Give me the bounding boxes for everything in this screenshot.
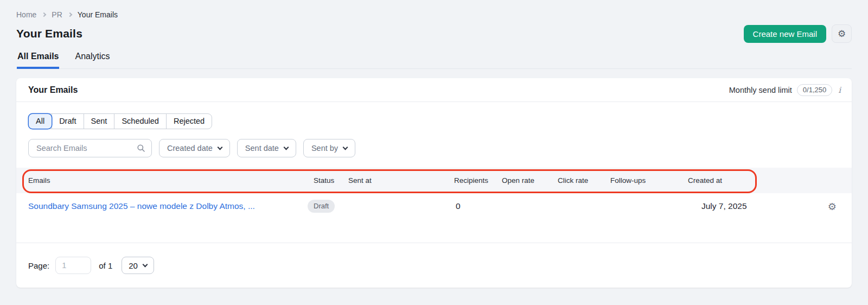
page-title: Your Emails [16, 27, 82, 40]
search-icon [137, 144, 145, 152]
column-header-click-rate: Click rate [558, 176, 610, 185]
table-row: Soundbary Samsung 2025 – nowe modele z D… [16, 193, 852, 234]
page: Home PR Your Emails Your Emails Create n… [0, 0, 868, 305]
email-title-link[interactable]: Soundbary Samsung 2025 – nowe modele z D… [28, 201, 314, 211]
page-label: Page: [28, 261, 49, 270]
top-section: Home PR Your Emails Your Emails Create n… [0, 0, 868, 69]
filter-sent[interactable]: Sent [84, 114, 114, 129]
created-date-dropdown-label: Created date [167, 144, 213, 152]
search-input[interactable] [35, 143, 137, 153]
chevron-down-icon [283, 144, 289, 150]
created-date-dropdown[interactable]: Created date [159, 139, 230, 157]
tab-all-emails[interactable]: All Emails [17, 52, 59, 68]
breadcrumb: Home PR Your Emails [16, 10, 852, 19]
column-header-status: Status [314, 176, 348, 185]
cell-recipients: 0 [454, 201, 502, 211]
pagination: Page: of 1 20 [16, 243, 852, 288]
chevron-down-icon [142, 262, 148, 267]
monthly-send-limit-label: Monthly send limit [729, 86, 792, 94]
status-filter-group: All Draft Sent Scheduled Rejected [28, 113, 212, 129]
page-size-value: 20 [129, 261, 138, 270]
card-header: Your Emails Monthly send limit 0/1,250 i [16, 78, 852, 102]
breadcrumb-home[interactable]: Home [16, 10, 36, 19]
create-new-email-button[interactable]: Create new Email [744, 25, 826, 43]
monthly-send-limit-value: 0/1,250 [797, 84, 832, 96]
gear-icon: ⚙ [838, 28, 846, 40]
filter-row: Created date Sent date Sent by [28, 139, 852, 157]
column-header-recipients: Recipients [454, 176, 502, 185]
breadcrumb-current: Your Emails [78, 10, 118, 19]
sent-by-dropdown[interactable]: Sent by [303, 139, 355, 157]
page-size-select[interactable]: 20 [122, 257, 154, 274]
sent-date-dropdown-label: Sent date [245, 144, 279, 152]
search-box [28, 139, 152, 157]
cell-created-at: July 7, 2025 [688, 201, 852, 211]
monthly-send-limit: Monthly send limit 0/1,250 i [729, 84, 842, 96]
sent-by-dropdown-label: Sent by [311, 144, 338, 152]
chevron-right-icon [42, 12, 46, 17]
filter-all[interactable]: All [29, 114, 52, 129]
info-icon[interactable]: i [837, 85, 842, 95]
table-header: Emails Status Sent at Recipients Open ra… [16, 168, 852, 193]
chevron-down-icon [343, 144, 348, 150]
card-title: Your Emails [28, 85, 78, 95]
filter-rejected[interactable]: Rejected [166, 114, 212, 129]
chevron-right-icon [68, 12, 72, 17]
status-badge: Draft [308, 200, 335, 213]
chevron-down-icon [217, 144, 222, 150]
column-header-open-rate: Open rate [502, 176, 558, 185]
column-header-follow-ups: Follow-ups [610, 176, 688, 185]
tab-bar: All Emails Analytics [16, 52, 852, 69]
tab-analytics[interactable]: Analytics [74, 52, 110, 68]
emails-card: Your Emails Monthly send limit 0/1,250 i… [16, 78, 852, 288]
row-gear-icon[interactable]: ⚙ [828, 202, 837, 212]
title-row: Your Emails Create new Email ⚙ [16, 24, 852, 43]
column-header-created-at: Created at [688, 176, 852, 185]
column-header-emails: Emails [28, 176, 314, 185]
column-header-sent-at: Sent at [348, 176, 454, 185]
settings-button[interactable]: ⚙ [832, 24, 852, 43]
page-number-input[interactable] [55, 257, 91, 274]
sent-date-dropdown[interactable]: Sent date [237, 139, 296, 157]
header-actions: Create new Email ⚙ [744, 24, 852, 43]
filter-scheduled[interactable]: Scheduled [114, 114, 166, 129]
filter-draft[interactable]: Draft [52, 114, 83, 129]
page-count-text: of 1 [99, 261, 112, 270]
breadcrumb-pr[interactable]: PR [52, 10, 62, 19]
